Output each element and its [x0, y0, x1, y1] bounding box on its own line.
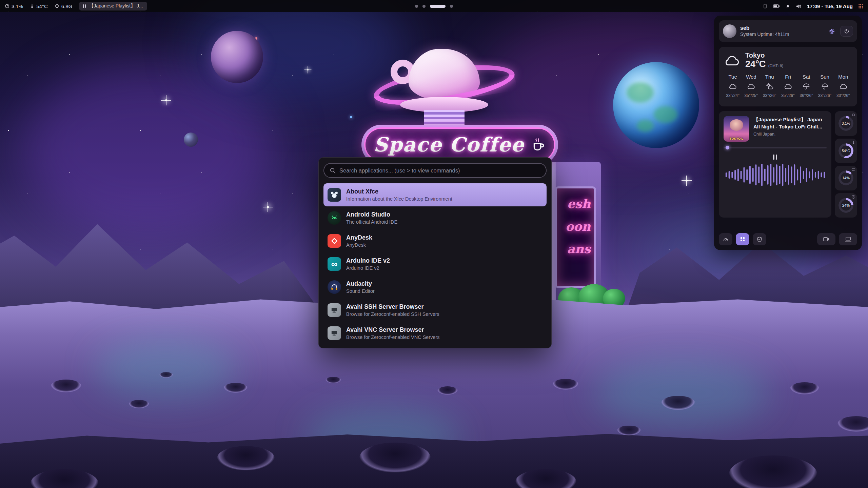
cloud-icon [779, 82, 797, 91]
arduino-icon: ∞ [328, 257, 341, 271]
crater [159, 372, 173, 378]
seek-bar[interactable] [724, 147, 827, 148]
coffee-cup-icon [530, 137, 546, 152]
search-icon [330, 167, 336, 174]
app-item-arduino[interactable]: ∞ Arduino IDE v2 Arduino IDE v2 [323, 252, 547, 276]
sign-text: Space Coffee [374, 133, 525, 156]
avatar[interactable] [723, 24, 736, 38]
volume-icon[interactable] [796, 4, 802, 9]
track-title-line1: 【Japanese Playlist】 Japan [753, 116, 827, 123]
shop-neon-window: esh oon ans [555, 186, 596, 288]
memory-stat[interactable]: 6.8G [55, 3, 73, 9]
workspace-active-pill[interactable] [430, 5, 446, 8]
seek-handle[interactable] [726, 146, 729, 149]
app-desc: AnyDesk [346, 242, 372, 248]
bright-star [686, 180, 688, 182]
crater [129, 400, 149, 408]
temp-stat[interactable]: 54°C [30, 3, 48, 9]
teal-glow [593, 359, 770, 427]
xfce-mouse-icon [328, 188, 341, 202]
app-item-avahi-ssh[interactable]: Avahi SSH Server Browser Browse for Zero… [323, 299, 547, 322]
cloud-icon [834, 82, 852, 91]
crater [51, 380, 81, 392]
app-item-anydesk[interactable]: AnyDesk AnyDesk [323, 229, 547, 252]
anydesk-icon [328, 234, 341, 248]
pause-icon [83, 4, 86, 8]
neon-line: oon [560, 215, 591, 238]
search-input[interactable] [339, 167, 540, 174]
track-title-line2: All Night - Tokyo LoFi Chill... [753, 123, 827, 130]
workspace-dot[interactable] [450, 5, 453, 8]
notifications-bell-icon[interactable] [785, 3, 790, 9]
clock[interactable]: 17:09 - Tue, 19 Aug [807, 3, 853, 9]
shield-button[interactable] [753, 233, 766, 245]
temperature-gauge: 54°C [835, 139, 857, 163]
thermometer-icon [30, 4, 34, 8]
neon-line: ans [560, 238, 591, 260]
gauge-value: 24% [839, 198, 853, 213]
screen-record-button[interactable] [817, 233, 835, 245]
app-title: AnyDesk [346, 234, 372, 242]
quick-controls [719, 233, 857, 245]
app-desc: Information about the Xfce Desktop Envir… [346, 196, 452, 202]
forecast-day: Tue 33°/24° [724, 74, 742, 98]
forecast-day: Sat 36°/26° [797, 74, 815, 98]
app-title: Audacity [346, 280, 375, 288]
system-uptime: System Uptime: 4h11m [740, 32, 825, 38]
cloud-icon [724, 82, 742, 91]
sun-cloud-icon [761, 82, 779, 91]
battery-icon[interactable] [773, 4, 780, 8]
neon-line: esh [560, 192, 591, 215]
power-button[interactable] [840, 26, 853, 37]
weather-timezone: (GMT+9) [768, 64, 783, 68]
username: seb [740, 25, 825, 32]
cpu-stat[interactable]: 3.1% [5, 3, 23, 9]
top-bar: 3.1% 54°C 6.8G 【Japanese Playlist】 J... [0, 0, 868, 12]
settings-gear-icon[interactable] [829, 28, 835, 35]
app-grid-icon[interactable] [858, 4, 863, 9]
cpu-gauge: 3.1% [835, 111, 857, 136]
app-title: Avahi SSH Server Browser [346, 303, 439, 311]
forecast-day: Sun 33°/26° [815, 74, 834, 98]
phone-link-icon[interactable] [763, 3, 768, 9]
workspace-dot[interactable] [422, 5, 426, 8]
media-player-card: TOKYO L 【Japanese Playlist】 Japan All Ni… [719, 111, 831, 218]
workspace-dot[interactable] [415, 5, 418, 8]
bright-star [307, 69, 309, 70]
app-item-android-studio[interactable]: Android Studio The official Android IDE [323, 206, 547, 229]
app-item-audacity[interactable]: Audacity Sound Editor [323, 276, 547, 299]
track-artist: Chill Japan. [753, 132, 827, 137]
app-list: About Xfce Information about the Xfce De… [323, 183, 547, 345]
app-desc: Sound Editor [346, 288, 375, 294]
umbrella-icon [797, 82, 815, 91]
app-item-avahi-vnc[interactable]: Avahi VNC Server Browser Browse for Zero… [323, 322, 547, 345]
dashboard-button[interactable] [719, 233, 732, 245]
search-box[interactable] [323, 163, 547, 178]
cpu-value: 3.1% [12, 3, 23, 9]
temp-value: 54°C [36, 3, 48, 9]
crater [224, 383, 248, 393]
umbrella-icon [815, 82, 834, 91]
crater [217, 446, 275, 470]
app-title: Avahi VNC Server Browser [346, 326, 440, 334]
app-item-about-xfce[interactable]: About Xfce Information about the Xfce De… [323, 183, 547, 206]
album-art[interactable]: TOKYO L [724, 116, 749, 142]
bright-star [165, 99, 167, 101]
neon-sign-inner: Space Coffee [364, 127, 555, 162]
avahi-monitor-icon [328, 326, 341, 340]
pause-button[interactable] [770, 153, 780, 161]
gauge-value: 54°C [839, 143, 853, 158]
apps-button[interactable] [736, 233, 749, 245]
app-desc: The official Android IDE [346, 219, 397, 225]
app-desc: Arduino IDE v2 [346, 265, 390, 271]
media-indicator[interactable]: 【Japanese Playlist】 J... [79, 2, 147, 11]
dashboard-panel: seb System Uptime: 4h11m Tokyo 24°C (GMT… [714, 16, 862, 250]
forecast-row: Tue 33°/24° Wed 35°/25° Thu 33°/26° Fri … [724, 74, 852, 98]
media-indicator-label: 【Japanese Playlist】 J... [89, 3, 143, 9]
forecast-day: Fri 35°/26° [779, 74, 797, 98]
memory-value: 6.8G [61, 3, 73, 9]
display-button[interactable] [839, 233, 857, 245]
weather-city: Tokyo [745, 52, 783, 59]
app-title: Android Studio [346, 211, 397, 219]
audacity-icon [328, 280, 341, 294]
